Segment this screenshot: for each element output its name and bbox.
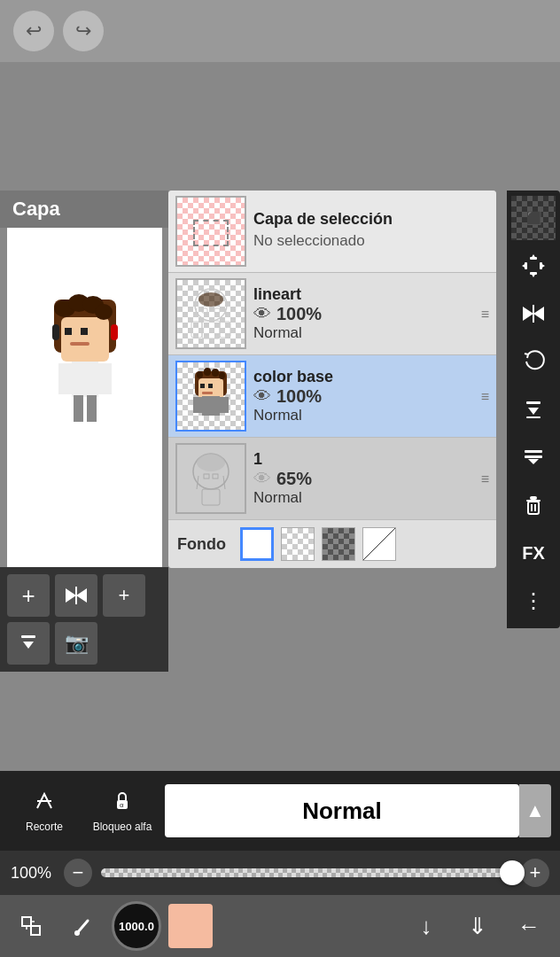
bloqueo-alfa-button[interactable]: α Bloqueo alfa xyxy=(87,789,158,833)
rotate-button[interactable] xyxy=(511,339,556,384)
layers-list: Capa de selección No seleccionado li xyxy=(168,191,496,568)
svg-marker-72 xyxy=(23,642,34,649)
svg-marker-70 xyxy=(76,588,87,603)
svg-marker-55 xyxy=(523,307,533,321)
fondo-checker-option[interactable] xyxy=(281,527,315,561)
svg-rect-16 xyxy=(177,280,245,347)
blend-mode-arrow[interactable]: ▲ xyxy=(519,784,551,837)
layer-item-lineart[interactable]: lineart 👁 100% ≡ Normal xyxy=(168,273,496,355)
svg-marker-54 xyxy=(541,263,545,268)
svg-rect-24 xyxy=(202,308,207,313)
svg-rect-21 xyxy=(202,321,220,338)
add-layer-plus-button[interactable]: + xyxy=(103,574,145,617)
hamburger-icon-1[interactable]: ≡ xyxy=(481,471,489,487)
svg-rect-10 xyxy=(52,324,59,340)
svg-marker-69 xyxy=(66,588,76,603)
opacity-slider-fill xyxy=(101,868,492,877)
svg-marker-53 xyxy=(522,263,526,268)
scroll-down-double-button[interactable]: ⇓ xyxy=(455,904,500,948)
svg-rect-32 xyxy=(202,396,220,416)
layer-panel-title: Capa xyxy=(0,191,168,228)
flip-horizontal-button[interactable] xyxy=(511,292,556,336)
transform-tool-button[interactable] xyxy=(9,904,53,948)
merge-button[interactable] xyxy=(7,622,50,665)
brush-tool-button[interactable] xyxy=(60,904,105,948)
visibility-icon-1[interactable]: 👁 xyxy=(253,469,271,489)
hamburger-icon-lineart[interactable]: ≡ xyxy=(481,307,489,323)
color-swatch[interactable] xyxy=(168,904,213,948)
svg-rect-31 xyxy=(202,392,213,394)
add-layer-button[interactable]: + xyxy=(7,574,50,617)
bottom-toolbar: Recorte α Bloqueo alfa Normal ▲ xyxy=(0,771,560,851)
layer-item-1[interactable]: 1 👁 65% ≡ Normal xyxy=(168,438,496,520)
canvas-surface xyxy=(7,191,162,572)
brush-size-display[interactable]: 1000.0 xyxy=(112,901,161,951)
back-button[interactable]: ← xyxy=(507,904,551,948)
transparency-button[interactable]: ⬛ xyxy=(511,196,556,240)
fondo-row: Fondo xyxy=(168,520,496,568)
recorte-icon xyxy=(32,789,57,819)
svg-marker-56 xyxy=(533,307,544,321)
blend-mode-value[interactable]: Normal xyxy=(165,784,519,837)
layer-thumb-colorbase xyxy=(175,361,246,432)
svg-marker-58 xyxy=(528,408,539,415)
svg-rect-37 xyxy=(212,369,219,377)
opacity-value: 100% xyxy=(11,864,55,883)
layer-item-selection[interactable]: Capa de selección No seleccionado xyxy=(168,191,496,273)
svg-text:α: α xyxy=(120,801,124,809)
svg-point-18 xyxy=(198,292,223,307)
opacity-slider-track[interactable] xyxy=(101,868,512,877)
layer-move-button[interactable] xyxy=(511,244,556,288)
blend-mode-selector[interactable]: Normal ▲ xyxy=(165,784,551,837)
svg-rect-1 xyxy=(61,317,109,362)
svg-rect-6 xyxy=(58,363,72,394)
canvas-artwork xyxy=(27,291,143,468)
layer-info-colorbase: color base 👁 100% ≡ Normal xyxy=(253,368,489,424)
opacity-slider-thumb[interactable] xyxy=(500,860,525,885)
svg-rect-2 xyxy=(65,328,72,335)
flip-layer-button[interactable] xyxy=(55,574,97,617)
svg-rect-38 xyxy=(219,372,225,379)
visibility-icon-colorbase[interactable]: 👁 xyxy=(253,386,271,407)
fondo-dark-option[interactable] xyxy=(322,527,355,561)
svg-rect-59 xyxy=(526,401,541,404)
svg-rect-71 xyxy=(75,587,77,604)
svg-rect-66 xyxy=(528,502,539,514)
undo-button[interactable]: ↩ xyxy=(13,11,54,51)
svg-rect-25 xyxy=(214,308,220,313)
svg-rect-30 xyxy=(208,384,213,388)
svg-rect-57 xyxy=(533,305,534,323)
svg-rect-60 xyxy=(526,416,541,418)
top-bar: ↩ ↪ xyxy=(0,0,560,62)
svg-rect-77 xyxy=(22,917,31,926)
fondo-white-option[interactable] xyxy=(240,527,274,561)
scroll-down-button[interactable]: ↓ xyxy=(404,904,448,948)
opacity-increase-button[interactable]: + xyxy=(521,859,549,887)
visibility-icon-lineart[interactable]: 👁 xyxy=(253,304,271,324)
recorte-button[interactable]: Recorte xyxy=(9,789,80,833)
svg-rect-35 xyxy=(197,371,203,378)
layer-info-selection: Capa de selección No seleccionado xyxy=(253,210,489,253)
svg-rect-23 xyxy=(220,322,230,338)
camera-button[interactable]: 📷 xyxy=(55,622,97,665)
svg-marker-63 xyxy=(528,459,539,464)
svg-rect-5 xyxy=(72,362,98,397)
svg-marker-51 xyxy=(531,254,536,259)
svg-rect-64 xyxy=(530,496,537,500)
move-down-button[interactable] xyxy=(511,435,556,479)
svg-rect-7 xyxy=(98,363,112,394)
redo-button[interactable]: ↪ xyxy=(63,11,104,51)
more-options-button[interactable]: ⋮ xyxy=(511,579,556,623)
layer-thumb-1 xyxy=(175,443,246,514)
delete-button[interactable] xyxy=(511,483,556,527)
svg-rect-33 xyxy=(193,397,202,413)
merge-down-button[interactable] xyxy=(511,387,556,432)
opacity-decrease-button[interactable]: − xyxy=(64,859,92,887)
hamburger-icon-colorbase[interactable]: ≡ xyxy=(481,389,489,405)
fondo-diagonal-option[interactable] xyxy=(362,527,396,561)
layer-item-colorbase[interactable]: color base 👁 100% ≡ Normal xyxy=(168,355,496,438)
svg-point-82 xyxy=(74,930,80,936)
svg-rect-61 xyxy=(525,450,542,453)
layer-info-lineart: lineart 👁 100% ≡ Normal xyxy=(253,285,489,342)
fx-button[interactable]: FX xyxy=(511,531,556,575)
